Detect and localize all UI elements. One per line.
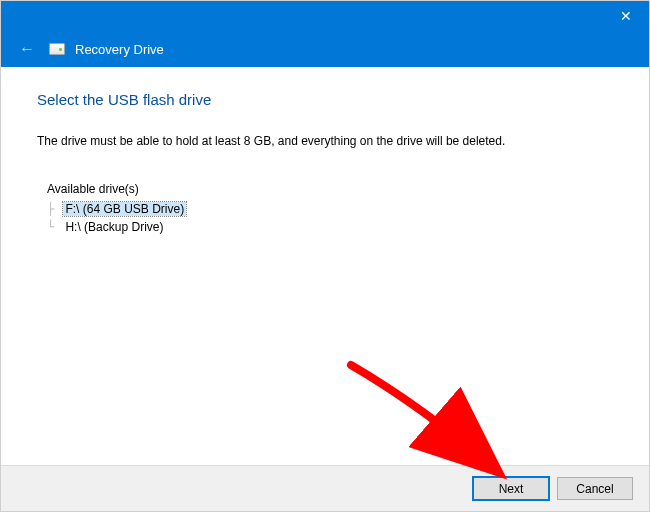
instruction-text: The drive must be able to hold at least …: [37, 134, 613, 148]
drive-item-label: F:\ (64 GB USB Drive): [63, 202, 186, 216]
back-button[interactable]: ←: [15, 41, 39, 57]
tree-branch-icon: ├: [47, 202, 61, 216]
next-button[interactable]: Next: [473, 477, 549, 500]
drive-item-f[interactable]: ├ F:\ (64 GB USB Drive): [47, 200, 613, 218]
drive-icon: [49, 43, 65, 55]
close-button[interactable]: ✕: [603, 1, 649, 31]
titlebar: ✕: [1, 1, 649, 31]
page-heading: Select the USB flash drive: [37, 91, 613, 108]
drive-item-h[interactable]: └ H:\ (Backup Drive): [47, 218, 613, 236]
drives-tree-label: Available drive(s): [47, 182, 613, 196]
header-title: Recovery Drive: [75, 42, 164, 57]
header-bar: ← Recovery Drive: [1, 31, 649, 67]
tree-branch-icon: └: [47, 220, 61, 234]
drive-item-label: H:\ (Backup Drive): [63, 220, 165, 234]
close-icon: ✕: [620, 8, 632, 24]
drives-tree: ├ F:\ (64 GB USB Drive) └ H:\ (Backup Dr…: [47, 200, 613, 236]
content-area: Select the USB flash drive The drive mus…: [1, 67, 649, 236]
footer-bar: Next Cancel: [1, 465, 649, 511]
cancel-button[interactable]: Cancel: [557, 477, 633, 500]
